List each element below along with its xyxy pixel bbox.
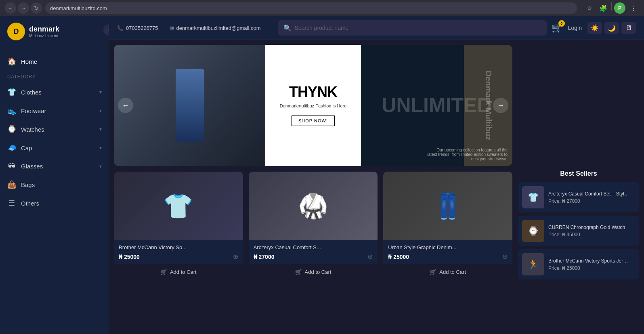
email-info: ✉ denmarkmultibuzlimited@gmail.com [170, 25, 261, 31]
bs-product-info: CURREN Chronograph Gold Watch Price: ₦ 3… [548, 225, 635, 237]
watches-chevron: ▾ [99, 126, 102, 132]
slide-left-panel [114, 45, 265, 166]
sidebar-item-watches[interactable]: ⌚ Watches ▾ [0, 120, 109, 139]
footwear-chevron: ▾ [99, 108, 102, 113]
category-header: Category [0, 71, 109, 83]
logo-icon: D [7, 23, 25, 40]
product-price: ₦ 25000 [119, 254, 140, 260]
watches-icon: ⌚ [7, 125, 16, 134]
product-name: Brother McCann Victory Sp... [119, 244, 238, 250]
hero-caption: Our upcoming collection features all the… [427, 148, 508, 161]
product-image: 🥋 [249, 172, 378, 240]
sidebar: D denmark Multibuz Limited ‹ 🏠 Home Cate… [0, 16, 109, 334]
search-input[interactable] [295, 25, 541, 31]
add-to-cart-label: Add to Cart [305, 269, 331, 275]
glasses-icon: 🕶 [7, 162, 16, 170]
product-info: Urban Style Graphic Denim... ₦ 25000 ⊕ [383, 240, 512, 260]
bs-product-info: Brother McCann Victory Sports Jersey – P… [548, 258, 635, 271]
sidebar-item-glasses[interactable]: 🕶 Glasses ▾ [0, 157, 109, 175]
search-bar[interactable]: 🔍 [278, 20, 547, 36]
profile-avatar[interactable]: P [614, 2, 625, 14]
product-price-row: ₦ 25000 ⊕ [119, 253, 238, 260]
bs-product-name: Arc'teryx Casual Comfort Set – Stylish T… [548, 191, 629, 197]
product-info: Brother McCann Victory Sp... ₦ 25000 ⊕ [114, 240, 243, 260]
app-container: D denmark Multibuz Limited ‹ 🏠 Home Cate… [0, 16, 644, 334]
address-bar[interactable]: denmarkmultibuzltd.com [45, 2, 577, 14]
product-card: 👕 Brother McCann Victory Sp... ₦ 25000 ⊕… [114, 172, 243, 280]
extensions-button[interactable]: 🧩 [598, 2, 609, 14]
shop-now-button[interactable]: SHOP NOW! [292, 116, 335, 126]
sidebar-item-bags[interactable]: 👜 Bags [0, 175, 109, 194]
bs-product-emoji: 👕 [528, 192, 539, 203]
browser-actions: ☆ 🧩 P ⋮ [584, 2, 639, 14]
clothes-chevron: ▾ [99, 89, 102, 95]
cart-button[interactable]: 🛒 0 [552, 23, 562, 33]
product-price: ₦ 25000 [388, 254, 409, 260]
glasses-chevron: ▾ [99, 164, 102, 169]
cart-icon: 🛒 [160, 269, 167, 275]
share-button[interactable]: ⊕ [367, 253, 373, 260]
bookmark-button[interactable]: ☆ [584, 2, 595, 14]
denmark-peek-text: Denmark Multibuz [484, 71, 493, 140]
cart-badge: 0 [558, 20, 565, 27]
add-to-cart-button[interactable]: 🛒 Add to Cart [114, 264, 243, 280]
refresh-button[interactable]: ↻ [31, 2, 42, 14]
bs-product-price: Price: ₦ 35000 [548, 232, 635, 237]
bs-product-emoji: 🏃 [528, 259, 539, 270]
product-price-row: ₦ 27000 ⊕ [254, 253, 373, 260]
footwear-icon: 👟 [7, 106, 16, 115]
product-card: 🥋 Arc'teryx Casual Comfort S... ₦ 27000 … [249, 172, 378, 280]
share-button[interactable]: ⊕ [502, 253, 508, 260]
dark-theme-button[interactable]: 🌙 [604, 22, 619, 34]
browser-nav-buttons: ← → ↻ [5, 2, 42, 14]
product-info: Arc'teryx Casual Comfort S... ₦ 27000 ⊕ [249, 240, 378, 260]
sidebar-item-clothes[interactable]: 👕 Clothes ▾ [0, 83, 109, 101]
best-sellers-title: Best Sellers [518, 170, 639, 177]
product-image: 👕 [114, 172, 243, 240]
login-button[interactable]: Login [568, 25, 582, 31]
bags-icon: 👜 [7, 180, 16, 189]
sidebar-item-cap[interactable]: 🧢 Cap ▾ [0, 139, 109, 157]
phone-icon: 📞 [117, 25, 124, 31]
bs-product-image: 👕 [522, 186, 544, 208]
bs-product-name: Brother McCann Victory Sports Jersey – P… [548, 258, 629, 264]
slider-next-button[interactable]: → [493, 98, 508, 113]
bs-product-name: CURREN Chronograph Gold Watch [548, 225, 629, 230]
bs-product-image: 🏃 [522, 253, 544, 275]
content-area: ← THYNK Denmarkmultibuz Fashion is Here … [109, 40, 644, 334]
footwear-label: Footwear [21, 107, 94, 114]
hero-slider: ← THYNK Denmarkmultibuz Fashion is Here … [114, 45, 512, 166]
add-to-cart-label: Add to Cart [439, 269, 466, 275]
menu-button[interactable]: ⋮ [628, 2, 639, 14]
email-address: denmarkmultibuzlimited@gmail.com [176, 25, 261, 31]
main-content: 📞 07035226775 ✉ denmarkmultibuzlimited@g… [109, 16, 644, 334]
best-seller-item: 👕 Arc'teryx Casual Comfort Set – Stylish… [518, 182, 639, 212]
cart-icon: 🛒 [430, 269, 436, 275]
slider-prev-button[interactable]: ← [118, 98, 133, 113]
sidebar-item-others[interactable]: ☰ Others [0, 194, 109, 212]
hero-tagline: Denmarkmultibuz Fashion is Here [280, 103, 347, 108]
phone-number: 07035226775 [126, 25, 158, 31]
home-label: Home [21, 58, 102, 65]
bs-product-price: Price: ₦ 25000 [548, 265, 635, 271]
sidebar-item-footwear[interactable]: 👟 Footwear ▾ [0, 101, 109, 120]
sidebar-nav: 🏠 Home Category 👕 Clothes ▾ 👟 Footwear ▾… [0, 47, 109, 217]
product-name: Urban Style Graphic Denim... [388, 244, 508, 250]
best-sellers-panel: Best Sellers 👕 Arc'teryx Casual Comfort … [518, 45, 639, 329]
add-to-cart-button[interactable]: 🛒 Add to Cart [383, 264, 512, 280]
forward-button[interactable]: → [18, 2, 29, 14]
jeans-visual [176, 69, 204, 142]
logo-text: denmark Multibuz Limited [29, 25, 59, 38]
add-to-cart-button[interactable]: 🛒 Add to Cart [249, 264, 378, 280]
brand-name: denmark [29, 25, 59, 34]
back-button[interactable]: ← [5, 2, 16, 14]
sidebar-item-home[interactable]: 🏠 Home [0, 52, 109, 71]
product-name: Arc'teryx Casual Comfort S... [254, 244, 373, 250]
monitor-theme-button[interactable]: 🖥 [621, 22, 636, 34]
cart-icon: 🛒 [295, 269, 302, 275]
best-seller-item: ⌚ CURREN Chronograph Gold Watch Price: ₦… [518, 216, 639, 246]
share-button[interactable]: ⊕ [233, 253, 238, 260]
slide-left-image [114, 45, 265, 166]
light-theme-button[interactable]: ☀️ [587, 22, 602, 34]
url-text: denmarkmultibuzltd.com [50, 5, 107, 11]
